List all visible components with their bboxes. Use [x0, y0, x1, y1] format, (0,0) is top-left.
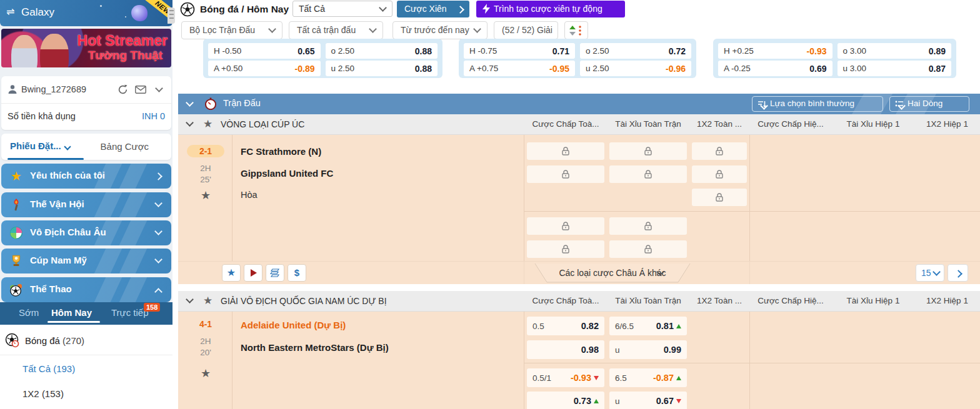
- lock-icon: [714, 169, 724, 179]
- lock-icon: [643, 244, 653, 254]
- time-range-dropdown[interactable]: Từ trước đến nay: [392, 21, 488, 39]
- sidebar-item-copa[interactable]: Cúp Nam Mỹ: [1, 249, 171, 273]
- parlay-button[interactable]: Cược Xiên: [397, 1, 469, 17]
- away-team[interactable]: Gippsland United FC: [241, 168, 333, 179]
- tab-bet-list[interactable]: Bảng Cược: [101, 141, 149, 152]
- page-size-select[interactable]: 15: [916, 264, 944, 282]
- banner-title: Hot Streamer: [78, 32, 168, 49]
- all-matches-dropdown[interactable]: Tất cả trận đấu: [289, 21, 383, 39]
- lock-icon: [561, 244, 571, 254]
- odds-cell[interactable]: o 3.000.89: [838, 43, 952, 59]
- match-filter-dropdown[interactable]: Bộ Lọc Trận Đấu: [181, 21, 282, 39]
- sidebar-item-label: Cúp Nam Mỹ: [30, 255, 87, 265]
- draw-label[interactable]: Hòa: [241, 190, 258, 200]
- odds-cell-over[interactable]: 6.5 -0.87: [609, 368, 687, 387]
- chevron-down-icon: [369, 25, 377, 33]
- sidebar-collapse-handle[interactable]: [168, 7, 175, 24]
- promo-banner[interactable]: Hot Streamer Tường Thuật: [1, 29, 171, 67]
- leagues-button[interactable]: (52 / 52) Giải: [494, 21, 558, 39]
- locked-odds-cell[interactable]: [692, 165, 747, 183]
- sport-item-football[interactable]: Bóng đá (270): [5, 331, 168, 352]
- odds-cell-over[interactable]: 6/6.5 0.81: [609, 317, 687, 335]
- cashout-button[interactable]: $: [288, 264, 306, 282]
- favorite-star-icon[interactable]: ★: [187, 189, 224, 202]
- trophy-icon: [9, 254, 23, 268]
- odds-cell-hdp-away[interactable]: 0.98: [527, 340, 604, 359]
- odds-cell-hdp-away[interactable]: 0.73: [527, 392, 604, 409]
- subtab-today[interactable]: Hôm Nay: [51, 307, 92, 318]
- locked-odds-cell[interactable]: [527, 240, 604, 258]
- column-header: 1X2 Hiệp 1: [914, 119, 980, 129]
- refresh-icon[interactable]: [118, 84, 128, 95]
- home-team[interactable]: FC Strathmore (N): [241, 146, 321, 157]
- filter-1x2[interactable]: 1X2 (153): [22, 388, 64, 399]
- locked-odds-cell[interactable]: [527, 142, 604, 160]
- sidebar-item-euro[interactable]: Vô Địch Châu Âu: [1, 220, 171, 245]
- odds-mode-dropdown[interactable]: Lựa chọn bình thường: [752, 96, 883, 112]
- sport-count: (270): [62, 335, 84, 346]
- odds-cell[interactable]: u 3.000.87: [838, 61, 952, 76]
- odds-cell[interactable]: u 2.500.88: [326, 61, 438, 76]
- locked-odds-cell[interactable]: [527, 165, 604, 183]
- market-select[interactable]: Tất Cả: [292, 1, 392, 17]
- auto-parlay-button[interactable]: Trình tạo cược xiên tự động: [476, 1, 625, 17]
- collapse-league-chevron-icon[interactable]: [186, 295, 194, 303]
- odds-cell-hdp-home[interactable]: 0.5/1 -0.93: [527, 368, 604, 387]
- odds-cell[interactable]: u 2.50-0.96: [580, 61, 691, 76]
- sidebar-item-olympics[interactable]: Thế Vận Hội: [1, 192, 171, 217]
- live-score: 2-1: [187, 145, 224, 157]
- more-asian-bets-dropdown[interactable]: Các loại cược Châu Á khác: [534, 264, 691, 283]
- user-card: Bwing_1272689 Số tiền khả dụng INH 0: [1, 76, 171, 130]
- odds-cell[interactable]: H -0.750.71: [464, 43, 575, 59]
- active-subtab-underline: [48, 321, 100, 323]
- lines-dropdown[interactable]: Hai Dòng: [889, 96, 969, 112]
- odds-cell[interactable]: A +0.75-0.95: [464, 61, 575, 76]
- sidebar-item-sports[interactable]: Thể Thao: [1, 277, 171, 302]
- collapse-league-chevron-icon[interactable]: [186, 119, 194, 127]
- account-chevron-icon[interactable]: [155, 84, 163, 92]
- sidebar-item-favorites[interactable]: ★ Yêu thích của tôi: [1, 164, 171, 189]
- odds-cell[interactable]: H +0.25-0.93: [718, 43, 832, 59]
- sidebar-item-label: Thế Vận Hội: [30, 199, 84, 209]
- sports-ball-icon: [9, 283, 23, 297]
- next-page-button[interactable]: [948, 264, 968, 282]
- favorite-star-icon[interactable]: ★: [187, 367, 224, 380]
- collapse-all-chevron-icon[interactable]: [186, 99, 194, 107]
- locked-odds-cell[interactable]: [609, 240, 687, 258]
- favorite-button[interactable]: ★: [222, 264, 241, 282]
- odds-cell[interactable]: o 2.500.72: [580, 43, 691, 59]
- odds-cell-under[interactable]: u 0.67: [609, 392, 687, 409]
- subtab-early[interactable]: Sớm: [19, 307, 39, 318]
- odds-cell[interactable]: H -0.500.65: [208, 43, 321, 59]
- odds-cell[interactable]: o 2.500.88: [326, 43, 438, 59]
- stats-button[interactable]: [266, 264, 284, 282]
- locked-odds-cell[interactable]: [692, 142, 747, 160]
- away-team[interactable]: North Eastern MetroStars (Dự Bị): [241, 342, 389, 353]
- home-team[interactable]: Adelaide United (Dự Bị): [241, 320, 346, 330]
- column-header: Cược Chấp Hiệ...: [749, 296, 832, 305]
- sort-button[interactable]: [564, 21, 588, 39]
- football-clock-icon: [5, 333, 20, 348]
- odds-cell[interactable]: A +0.50-0.89: [208, 61, 321, 76]
- live-score: 4-1: [187, 319, 224, 329]
- odds-cell-under[interactable]: u 0.99: [609, 340, 687, 359]
- league-star-icon[interactable]: ★: [203, 117, 212, 131]
- brand-logo[interactable]: ⇌ Galaxy NEW: [0, 0, 172, 26]
- locked-odds-cell[interactable]: [527, 217, 604, 235]
- locked-odds-cell[interactable]: [692, 189, 747, 206]
- mail-icon[interactable]: [135, 86, 146, 94]
- league-star-icon[interactable]: ★: [203, 294, 212, 307]
- live-stream-button[interactable]: [244, 264, 262, 282]
- betslip-tabs: Phiếu Đặt... Bảng Cược: [1, 134, 171, 160]
- column-header: Tài Xỉu Toàn Trận: [609, 119, 687, 129]
- filter-all[interactable]: Tất Cả (193): [22, 363, 75, 374]
- tab-betslip[interactable]: Phiếu Đặt...: [10, 140, 70, 151]
- locked-odds-cell[interactable]: [609, 165, 687, 183]
- locked-odds-cell[interactable]: [609, 142, 687, 160]
- subtab-live[interactable]: Trực tiếp: [111, 307, 149, 318]
- locked-odds-cell[interactable]: [609, 217, 687, 235]
- odds-cell[interactable]: A -0.250.69: [718, 61, 832, 76]
- odds-cell-hdp-home[interactable]: 0.5 0.82: [527, 317, 604, 335]
- league-name: GIẢI VÔ ĐỊCH QUỐC GIA NAM ÚC DỰ BỊ: [221, 296, 387, 306]
- chevron-right-icon: [456, 6, 464, 14]
